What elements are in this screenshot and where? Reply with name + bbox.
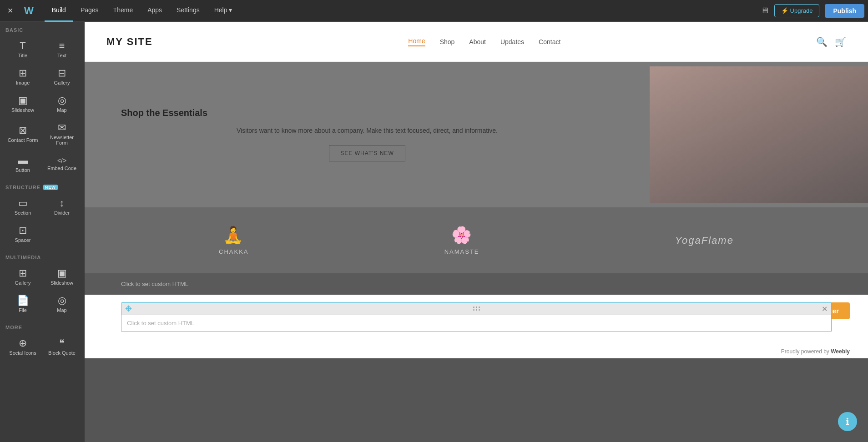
nav-build[interactable]: Build (45, 0, 73, 22)
sidebar-item-label: Section (15, 210, 31, 216)
spacer-icon: ⊡ (19, 226, 27, 236)
sidebar-item-label: Map (57, 307, 66, 313)
contact-form-icon: ⊠ (19, 126, 27, 136)
sidebar-item-label: Embed Code (47, 166, 76, 171)
powered-by-text: Proudly powered by (781, 348, 831, 355)
sidebar-item-label: Social Icons (9, 350, 36, 356)
sidebar-item-label: Gallery (54, 80, 70, 85)
sidebar-item-image[interactable]: ⊞ Image (4, 64, 42, 90)
footer-bottom: Proudly powered by Weebly (781, 348, 850, 355)
sidebar-item-label: Title (18, 53, 27, 58)
footer-html-edit-box: ✥ ✕ Click to set custom HTML (121, 302, 832, 332)
namaste-icon: 🌸 (451, 226, 473, 245)
brand-yogaflame-label: YogaFlame (675, 235, 734, 246)
image-icon: ⊞ (19, 68, 27, 78)
site-header: MY SITE Home Shop About Updates Contact … (85, 22, 868, 62)
basic-grid: T Title ≡ Text ⊞ Image ⊟ Gallery ▣ Slide… (0, 35, 85, 179)
nav-theme[interactable]: Theme (106, 0, 141, 22)
sidebar-item-label: Slideshow (11, 107, 34, 113)
sidebar-item-label: Text (57, 53, 66, 58)
sidebar-item-title[interactable]: T Title (4, 36, 42, 63)
section-label-structure: STRUCTURE NEW (0, 179, 85, 192)
sidebar-item-label: Block Quote (48, 350, 76, 356)
newsletter-icon: ✉ (58, 123, 66, 133)
site-nav-contact[interactable]: Contact (539, 38, 560, 45)
map-icon: ◎ (58, 95, 66, 105)
section-label-multimedia: MULTIMEDIA (0, 249, 85, 262)
brands-section: 🧘 CHAKKA 🌸 NAMASTE YogaFlame (85, 207, 868, 273)
custom-html-section[interactable]: Click to set custom HTML (85, 273, 868, 295)
site-nav-home[interactable]: Home (408, 37, 425, 46)
sidebar-item-spacer[interactable]: ⊡ Spacer (4, 221, 42, 247)
divider-icon: ↕ (60, 198, 65, 208)
html-edit-toolbar: ✥ ✕ (121, 303, 831, 315)
cart-icon[interactable]: 🛒 (835, 36, 846, 47)
nav-help[interactable]: Help ▾ (207, 0, 240, 22)
sidebar-item-social-icons[interactable]: ⊕ Social Icons (4, 334, 42, 360)
brand-namaste-label: NAMASTE (444, 248, 479, 255)
sidebar-item-text[interactable]: ≡ Text (43, 36, 81, 63)
sidebar-item-slideshow-mm[interactable]: ▣ Slideshow (43, 264, 81, 290)
sidebar-item-label: Button (15, 167, 30, 173)
close-icon[interactable]: ✕ (4, 5, 17, 17)
weebly-link[interactable]: Weebly (831, 348, 850, 355)
more-grid: ⊕ Social Icons ❝ Block Quote (0, 332, 85, 362)
upgrade-button[interactable]: ⚡ Upgrade (774, 4, 819, 17)
shop-cta-button[interactable]: SEE WHAT'S NEW (329, 145, 405, 161)
sidebar-item-gallery-mm[interactable]: ⊞ Gallery (4, 264, 42, 290)
sidebar-item-label: File (19, 307, 27, 313)
shop-text-box: Shop the Essentials Visitors want to kno… (85, 80, 650, 188)
drag-handle-icon[interactable]: ✥ (125, 304, 132, 314)
sidebar-item-file[interactable]: 📄 File (4, 291, 42, 317)
brand-chakka-label: CHAKKA (219, 248, 248, 255)
page-content: Shop the Essentials Visitors want to kno… (85, 62, 868, 295)
nav-pages[interactable]: Pages (73, 0, 106, 22)
sidebar-item-divider[interactable]: ↕ Divider (43, 194, 81, 220)
map-mm-icon: ◎ (58, 296, 66, 306)
block-quote-icon: ❝ (59, 338, 65, 348)
sidebar-item-slideshow-basic[interactable]: ▣ Slideshow (4, 91, 42, 117)
main-layout: BASIC T Title ≡ Text ⊞ Image ⊟ Gallery ▣… (0, 22, 868, 442)
sidebar-item-button[interactable]: ▬ Button (4, 151, 42, 177)
sidebar-item-label: Newsletter Form (45, 135, 79, 146)
section-label-basic: BASIC (0, 22, 85, 35)
multimedia-grid: ⊞ Gallery ▣ Slideshow 📄 File ◎ Map (0, 262, 85, 319)
top-bar: ✕ W Build Pages Theme Apps Settings Help… (0, 0, 868, 22)
sidebar-item-newsletter-form[interactable]: ✉ Newsletter Form (43, 118, 81, 150)
section-icon: ▭ (18, 198, 28, 208)
search-icon[interactable]: 🔍 (816, 36, 828, 47)
brand-chakka: 🧘 CHAKKA (219, 226, 248, 255)
help-button[interactable]: ℹ (838, 412, 857, 431)
site-nav-updates[interactable]: Updates (500, 38, 524, 45)
sidebar-item-contact-form[interactable]: ⊠ Contact Form (4, 118, 42, 150)
site-nav-about[interactable]: About (469, 38, 486, 45)
sidebar-item-section[interactable]: ▭ Section (4, 194, 42, 220)
device-icon[interactable]: 🖥 (761, 6, 769, 15)
sidebar-item-block-quote[interactable]: ❝ Block Quote (43, 334, 81, 360)
content-area: MY SITE Home Shop About Updates Contact … (85, 22, 868, 442)
slideshow-icon: ▣ (18, 95, 28, 105)
sidebar-item-map-mm[interactable]: ◎ Map (43, 291, 81, 317)
weebly-logo: W (19, 5, 39, 17)
nav-apps[interactable]: Apps (140, 0, 169, 22)
nav-settings[interactable]: Settings (169, 0, 207, 22)
brand-namaste: 🌸 NAMASTE (444, 226, 479, 255)
footer-html-input[interactable]: Click to set custom HTML (121, 315, 831, 332)
structure-grid: ▭ Section ↕ Divider ⊡ Spacer (0, 192, 85, 249)
sidebar-item-map[interactable]: ◎ Map (43, 91, 81, 117)
top-bar-left: ✕ W Build Pages Theme Apps Settings Help… (4, 0, 239, 22)
publish-button[interactable]: Publish (825, 4, 864, 18)
footer-area: Save Footer ✥ ✕ Click to set custom HTML (85, 295, 868, 358)
html-edit-close-icon[interactable]: ✕ (822, 305, 828, 313)
sidebar-item-gallery[interactable]: ⊟ Gallery (43, 64, 81, 90)
chakka-icon: 🧘 (223, 226, 244, 245)
sidebar-item-label: Spacer (15, 237, 31, 243)
site-nav-shop[interactable]: Shop (440, 38, 455, 45)
sidebar-item-embed-code[interactable]: </> Embed Code (43, 151, 81, 177)
site-nav: Home Shop About Updates Contact (408, 37, 560, 46)
gallery-icon: ⊟ (58, 68, 66, 78)
file-icon: 📄 (17, 296, 29, 306)
new-badge: NEW (43, 185, 58, 190)
title-icon: T (20, 41, 25, 51)
top-bar-nav: Build Pages Theme Apps Settings Help ▾ (45, 0, 240, 22)
